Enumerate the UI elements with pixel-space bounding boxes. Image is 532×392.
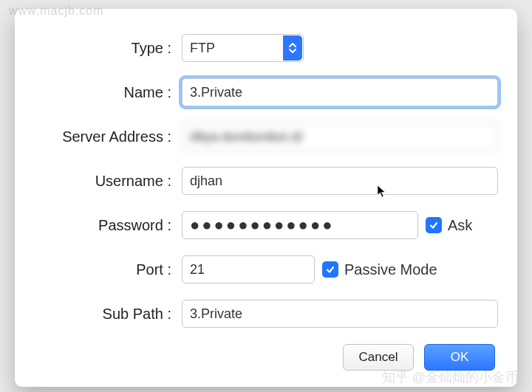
row-subpath: Sub Path : (34, 300, 498, 328)
label-port: Port : (34, 261, 182, 278)
row-server: Server Address : (34, 123, 498, 151)
passive-checkbox-wrap[interactable]: Passive Mode (322, 261, 437, 278)
cursor-icon (377, 185, 387, 201)
server-address-field[interactable] (182, 123, 498, 151)
row-username: Username : (34, 167, 498, 195)
row-type: Type : FTP (34, 34, 498, 62)
type-select-value: FTP (190, 41, 215, 56)
ok-button[interactable]: OK (424, 344, 495, 371)
label-server: Server Address : (34, 128, 182, 145)
row-name: Name : (34, 78, 498, 106)
ask-checkbox[interactable] (426, 217, 442, 233)
button-row: Cancel OK (34, 344, 498, 371)
type-select[interactable]: FTP (182, 34, 304, 62)
label-name: Name : (34, 84, 182, 101)
label-type: Type : (34, 40, 182, 57)
row-port: Port : Passive Mode (34, 255, 498, 283)
ask-checkbox-wrap[interactable]: Ask (426, 217, 472, 234)
row-password: Password : ●●●●●●●●●●●● Ask (34, 211, 498, 239)
ask-label: Ask (448, 217, 472, 234)
check-icon (429, 220, 439, 230)
label-username: Username : (34, 173, 182, 190)
label-password: Password : (34, 217, 182, 234)
cancel-button[interactable]: Cancel (343, 344, 414, 371)
check-icon (325, 264, 335, 275)
ftp-settings-dialog: Type : FTP Name : Server Address : Usern… (15, 9, 517, 387)
passive-mode-label: Passive Mode (344, 261, 437, 278)
watermark-bottom-right: 知乎 @金灿灿的小金币 (382, 368, 519, 386)
password-field[interactable]: ●●●●●●●●●●●● (182, 211, 418, 239)
name-field[interactable] (182, 78, 498, 106)
passive-mode-checkbox[interactable] (322, 261, 338, 278)
label-subpath: Sub Path : (34, 306, 182, 323)
updown-icon (283, 35, 302, 61)
subpath-field[interactable] (182, 300, 498, 328)
watermark-top-left: www.macjb.com (9, 4, 104, 18)
username-field[interactable] (182, 167, 498, 195)
port-field[interactable] (182, 255, 315, 283)
